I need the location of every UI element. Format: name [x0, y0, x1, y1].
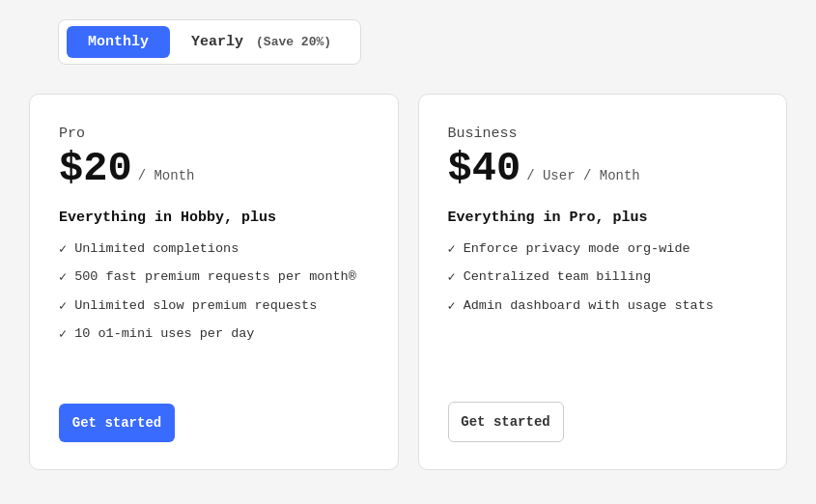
pro-plan-name: Pro [59, 126, 369, 142]
list-item: ✓ Centralized team billing [448, 267, 758, 288]
list-item: ✓ 10 o1-mini uses per day [59, 324, 369, 345]
business-price: $40 [448, 146, 521, 192]
pro-tagline: Everything in Hobby, plus [59, 210, 369, 226]
check-icon: ✓ [59, 240, 67, 260]
list-item: ✓ 500 fast premium requests per month® [59, 267, 369, 288]
check-icon: ✓ [59, 297, 67, 317]
check-icon: ✓ [448, 268, 456, 288]
business-price-row: $40 / User / Month [448, 146, 758, 192]
list-item: ✓ Admin dashboard with usage stats [448, 296, 758, 317]
pro-cta-button[interactable]: Get started [59, 404, 175, 442]
pro-plan-card: Pro $20 / Month Everything in Hobby, plu… [29, 94, 399, 470]
yearly-toggle-button[interactable]: Yearly (Save 20%) [170, 26, 352, 58]
plans-container: Pro $20 / Month Everything in Hobby, plu… [29, 94, 787, 470]
feature-text: Enforce privacy mode org-wide [464, 239, 690, 259]
business-features-list: ✓ Enforce privacy mode org-wide ✓ Centra… [448, 239, 758, 417]
check-icon: ✓ [59, 268, 67, 288]
feature-text: Centralized team billing [464, 267, 651, 287]
business-cta-button[interactable]: Get started [448, 402, 564, 442]
pro-price: $20 [59, 146, 132, 192]
list-item: ✓ Enforce privacy mode org-wide [448, 239, 758, 260]
feature-text: 500 fast premium requests per month® [74, 267, 356, 287]
pro-features-list: ✓ Unlimited completions ✓ 500 fast premi… [59, 239, 369, 417]
check-icon: ✓ [59, 325, 67, 345]
pro-price-detail: / Month [138, 168, 195, 183]
feature-text: Admin dashboard with usage stats [464, 296, 714, 316]
pro-price-row: $20 / Month [59, 146, 369, 192]
check-icon: ✓ [448, 297, 456, 317]
billing-toggle: Monthly Yearly (Save 20%) [58, 19, 361, 65]
business-tagline: Everything in Pro, plus [448, 210, 758, 226]
feature-text: 10 o1-mini uses per day [74, 324, 254, 344]
save-badge: (Save 20%) [256, 35, 331, 49]
check-icon: ✓ [448, 240, 456, 260]
feature-text: Unlimited completions [74, 239, 239, 259]
feature-text: Unlimited slow premium requests [74, 296, 317, 316]
business-price-detail: / User / Month [526, 168, 640, 183]
monthly-toggle-button[interactable]: Monthly [67, 26, 170, 58]
business-plan-card: Business $40 / User / Month Everything i… [418, 94, 788, 470]
business-plan-name: Business [448, 126, 758, 142]
list-item: ✓ Unlimited slow premium requests [59, 296, 369, 317]
yearly-label: Yearly [191, 34, 243, 50]
list-item: ✓ Unlimited completions [59, 239, 369, 260]
